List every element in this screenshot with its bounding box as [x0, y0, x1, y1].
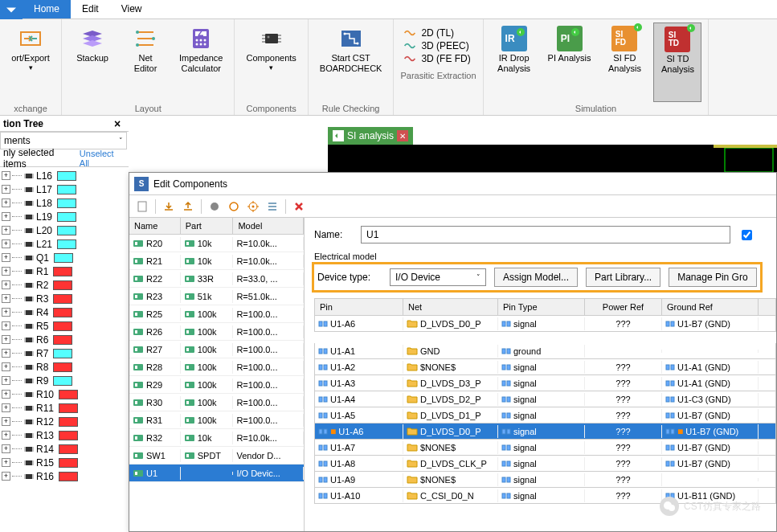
- expand-icon[interactable]: +: [2, 253, 10, 262]
- tree-item[interactable]: +R10: [2, 387, 127, 401]
- impedance-calc-button[interactable]: Z Impedance Calculator: [174, 23, 227, 102]
- component-row[interactable]: R2010kR=10.0k...: [129, 235, 304, 252]
- expand-icon[interactable]: +: [2, 403, 10, 412]
- device-type-combo[interactable]: I/O Device˅: [390, 268, 486, 286]
- tab-home[interactable]: Home: [22, 0, 71, 18]
- 3d-peec-button[interactable]: 3D (PEEC): [403, 40, 472, 51]
- pin-row[interactable]: U1-A5D_LVDS_D1_Psignal??? U1-B7 (GND): [314, 407, 776, 424]
- expand-icon[interactable]: +: [2, 362, 10, 371]
- pin-col-pin[interactable]: Pin: [315, 299, 403, 315]
- expand-icon[interactable]: +: [2, 458, 10, 467]
- pin-col-net[interactable]: Net: [403, 299, 498, 315]
- col-model[interactable]: Model: [233, 218, 304, 234]
- expand-icon[interactable]: +: [2, 280, 10, 289]
- tree-item[interactable]: +L19: [2, 210, 127, 223]
- nav-close-button[interactable]: ×: [114, 117, 125, 130]
- tab-edit[interactable]: Edit: [71, 0, 110, 18]
- component-row[interactable]: R2233RR=33.0, ...: [129, 270, 304, 288]
- expand-icon[interactable]: +: [2, 431, 10, 440]
- component-row[interactable]: R25100kR=100.0...: [129, 305, 304, 323]
- tree-item[interactable]: +L16: [2, 169, 127, 182]
- components-button[interactable]: Components▾: [241, 23, 301, 102]
- stop-button[interactable]: [226, 198, 242, 215]
- tree-item[interactable]: +R13: [2, 428, 127, 442]
- expand-icon[interactable]: +: [2, 267, 10, 276]
- expand-icon[interactable]: +: [2, 185, 10, 194]
- component-row[interactable]: R31100kR=100.0...: [129, 411, 304, 429]
- tree-item[interactable]: +R1: [2, 264, 127, 278]
- tree-item[interactable]: +R12: [2, 415, 127, 428]
- pin-col-ground[interactable]: Ground Ref: [662, 299, 759, 315]
- pi-analysis-button[interactable]: PI PI Analysis: [543, 23, 596, 102]
- new-button[interactable]: [134, 198, 150, 215]
- record-button[interactable]: [207, 198, 223, 215]
- expand-icon[interactable]: +: [2, 321, 10, 330]
- expand-icon[interactable]: +: [2, 335, 10, 344]
- col-part[interactable]: Part: [181, 218, 234, 234]
- expand-icon[interactable]: +: [2, 239, 10, 248]
- pin-col-type[interactable]: Pin Type: [498, 299, 585, 315]
- component-row[interactable]: R2351kR=51.0k...: [129, 288, 304, 305]
- pin-row[interactable]: U1-A6D_LVDS_D0_Psignal??? U1-B7 (GND): [314, 316, 776, 332]
- part-library-button[interactable]: Part Library...: [586, 268, 660, 287]
- pin-row[interactable]: U1-A1GNDground: [314, 343, 776, 359]
- expand-icon[interactable]: +: [2, 171, 10, 180]
- expand-icon[interactable]: +: [2, 444, 10, 453]
- assign-model-button[interactable]: Assign Model...: [494, 268, 578, 287]
- tree-item[interactable]: +R11: [2, 401, 127, 415]
- boardcheck-button[interactable]: Start CST BOARDCHECK: [315, 23, 387, 102]
- name-checkbox[interactable]: [742, 230, 752, 240]
- component-row[interactable]: R3210kR=10.0k...: [129, 429, 304, 447]
- tree-item[interactable]: +Q1: [2, 251, 127, 264]
- pin-col-power[interactable]: Power Ref: [585, 299, 662, 315]
- tree-item[interactable]: +R8: [2, 360, 127, 374]
- pin-row[interactable]: ■ U1-A6D_LVDS_D0_Psignal??? ■ U1-B7 (GND…: [314, 424, 776, 440]
- component-row[interactable]: SW1SPDTVendor D...: [129, 447, 304, 464]
- pin-row[interactable]: U1-A8D_LVDS_CLK_Psignal??? U1-B7 (GND): [314, 456, 776, 472]
- ir-drop-button[interactable]: IR IR Drop Analysis: [490, 23, 538, 102]
- manage-pin-groups-button[interactable]: Manage Pin Gro: [669, 268, 756, 287]
- tree-item[interactable]: +R15: [2, 456, 127, 469]
- component-row[interactable]: R30100kR=100.0...: [129, 394, 304, 411]
- component-row[interactable]: R29100kR=100.0...: [129, 376, 304, 394]
- expand-icon[interactable]: +: [2, 472, 10, 481]
- tab-view[interactable]: View: [110, 0, 153, 18]
- pin-row[interactable]: U1-A9$NONE$signal???: [314, 472, 776, 488]
- pin-row[interactable]: U1-A2$NONE$signal??? U1-A1 (GND): [314, 359, 776, 375]
- component-row[interactable]: R26100kR=100.0...: [129, 323, 304, 341]
- name-input[interactable]: [361, 226, 730, 243]
- tree-item[interactable]: +R5: [2, 319, 127, 333]
- expand-icon[interactable]: +: [2, 212, 10, 221]
- tree-item[interactable]: +R7: [2, 346, 127, 360]
- tree-item[interactable]: +R2: [2, 278, 127, 292]
- tree-item[interactable]: +R4: [2, 305, 127, 319]
- component-row[interactable]: U1I/O Devic...: [129, 464, 304, 482]
- si-td-button[interactable]: SITD SI TD Analysis: [653, 23, 701, 102]
- tree-item[interactable]: +R3: [2, 292, 127, 305]
- expand-icon[interactable]: +: [2, 294, 10, 303]
- component-row[interactable]: R2110kR=10.0k...: [129, 252, 304, 270]
- close-tab-button[interactable]: ✕: [397, 130, 408, 141]
- expand-icon[interactable]: +: [2, 349, 10, 358]
- component-row[interactable]: R28100kR=100.0...: [129, 358, 304, 376]
- export-button[interactable]: [180, 198, 196, 215]
- target-button[interactable]: [245, 198, 261, 215]
- expand-icon[interactable]: +: [2, 198, 10, 207]
- col-name[interactable]: Name: [129, 218, 181, 234]
- import-button[interactable]: [161, 198, 177, 215]
- 3d-fefd-button[interactable]: 3D (FE FD): [403, 53, 472, 64]
- 2d-tl-button[interactable]: 2D (TL): [403, 27, 472, 39]
- pin-row[interactable]: U1-A4D_LVDS_D2_Psignal??? U1-C3 (GND): [314, 391, 776, 407]
- pin-row[interactable]: U1-A7$NONE$signal??? U1-B7 (GND): [314, 440, 776, 456]
- tree-item[interactable]: +R9: [2, 374, 127, 387]
- tree-item[interactable]: +L21: [2, 237, 127, 251]
- file-menu-button[interactable]: [0, 0, 22, 19]
- component-row[interactable]: R27100kR=100.0...: [129, 341, 304, 358]
- expand-icon[interactable]: +: [2, 308, 10, 317]
- stackup-button[interactable]: Stackup: [68, 23, 117, 102]
- tree-item[interactable]: +L17: [2, 182, 127, 196]
- si-fd-button[interactable]: SIFD SI FD Analysis: [600, 23, 648, 102]
- pin-row[interactable]: U1-A3D_LVDS_D3_Psignal??? U1-A1 (GND): [314, 375, 776, 391]
- expand-icon[interactable]: +: [2, 226, 10, 235]
- expand-icon[interactable]: +: [2, 390, 10, 399]
